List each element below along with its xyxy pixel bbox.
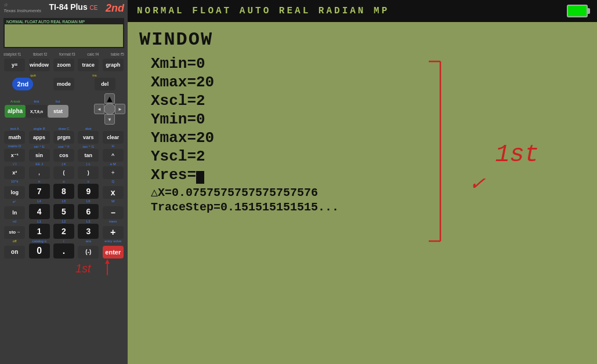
label-w: W bbox=[103, 199, 124, 203]
trig-labels: matrix D sin⁻¹ E cos⁻¹ F tan⁻¹ G H bbox=[0, 144, 128, 148]
btn-tan[interactable]: tan bbox=[78, 149, 99, 162]
dpad-right[interactable]: ► bbox=[115, 104, 125, 114]
label-cos-inv: cos⁻¹ F bbox=[53, 144, 74, 148]
fn-tblset[interactable]: tblset f2 bbox=[33, 52, 48, 56]
btn-on[interactable]: on bbox=[4, 246, 25, 259]
btn-6[interactable]: 6 bbox=[78, 204, 99, 219]
fn-statplot[interactable]: statplot f1 bbox=[3, 52, 21, 56]
btn-sin[interactable]: sin bbox=[29, 149, 50, 162]
label-l5: L5 bbox=[53, 199, 74, 203]
first-annotation-display: 1st bbox=[495, 141, 539, 169]
btn-y-equals[interactable]: y= bbox=[4, 59, 25, 71]
calc-model: TI-84 Plus CE bbox=[49, 2, 98, 12]
btn-window[interactable]: window bbox=[29, 59, 50, 71]
calc-header: ☆ Texas Instruments TI-84 Plus CE 2nd bbox=[0, 0, 128, 16]
btn-2[interactable]: 2 bbox=[53, 224, 74, 239]
btn-cos[interactable]: cos bbox=[53, 149, 74, 162]
btn-x2[interactable]: x² bbox=[4, 166, 25, 179]
btn-xinv[interactable]: x⁻¹ bbox=[4, 149, 25, 162]
btn-paren-open[interactable]: ( bbox=[53, 166, 74, 179]
btn-7[interactable]: 7 bbox=[29, 184, 50, 199]
math-btn-row: math apps prgm vars clear bbox=[0, 130, 128, 144]
dpad-left[interactable]: ◄ bbox=[94, 104, 104, 114]
xres-label: Xres= bbox=[151, 166, 196, 184]
trig-btn-row: x⁻¹ sin cos tan ^ bbox=[0, 148, 128, 162]
btn-5[interactable]: 5 bbox=[53, 204, 74, 219]
btn-xtn[interactable]: X,T,θ,n bbox=[26, 105, 48, 118]
label-sin-inv: sin⁻¹ E bbox=[29, 144, 50, 148]
btn-0[interactable]: 0 bbox=[29, 243, 50, 259]
line-xmin[interactable]: Xmin=0 bbox=[139, 55, 585, 72]
calc-mini-screen: NORMAL FLOAT AUTO REAL RADIAN MP bbox=[3, 18, 124, 48]
label-l4: L4 bbox=[29, 199, 50, 203]
num4-btn-row: on 0 . (-) enter bbox=[0, 243, 128, 259]
num1-btn-row: log 7 8 9 x bbox=[0, 183, 128, 199]
btn-caret[interactable]: ^ bbox=[103, 149, 124, 162]
fn-calc[interactable]: calc f4 bbox=[87, 52, 99, 56]
line-ymin[interactable]: Ymin=0 bbox=[139, 111, 585, 128]
num3-btn-row: sto→ 1 2 3 + bbox=[0, 223, 128, 239]
red-bracket-annotation bbox=[417, 56, 449, 244]
btn-trace[interactable]: trace bbox=[78, 59, 99, 71]
row2-btns: 2nd mode del bbox=[0, 77, 128, 91]
num2-btn-row: ln 4 5 6 − bbox=[0, 203, 128, 220]
num2-labels: eˣ L4 L5 L6 W bbox=[0, 199, 128, 203]
label-tan-inv: tan⁻¹ G bbox=[78, 144, 99, 148]
btn-9[interactable]: 9 bbox=[78, 184, 99, 199]
btn-mode[interactable]: mode bbox=[53, 78, 74, 90]
line-xmax[interactable]: Xmax=20 bbox=[139, 74, 585, 91]
screen-status-bar: NORMAL FLOAT AUTO REAL RADIAN MP bbox=[5, 19, 123, 24]
dpad-center[interactable] bbox=[104, 103, 115, 115]
label-ex: eˣ bbox=[4, 199, 25, 203]
btn-math[interactable]: math bbox=[4, 131, 25, 144]
btn-del[interactable]: del bbox=[95, 78, 115, 90]
first-label-calc: 1st bbox=[75, 262, 91, 275]
display-header: NORMAL FLOAT AUTO REAL RADIAN MP bbox=[128, 0, 597, 22]
row3-btns: alpha X,T,θ,n stat bbox=[2, 104, 71, 118]
btn-apps[interactable]: apps bbox=[29, 131, 50, 144]
btn-div[interactable]: ÷ bbox=[103, 166, 124, 179]
line-xres[interactable]: Xres= bbox=[139, 166, 585, 184]
label-l6: L6 bbox=[78, 199, 99, 203]
fn-format[interactable]: format f3 bbox=[59, 52, 75, 56]
window-title: WINDOW bbox=[139, 29, 585, 50]
line-deltax: △X=0.0757575757575757576 bbox=[139, 185, 585, 199]
header-text: NORMAL FLOAT AUTO REAL RADIAN MP bbox=[137, 6, 389, 16]
btn-1[interactable]: 1 bbox=[29, 224, 50, 239]
fn-key-row: statplot f1 tblset f2 format f3 calc f4 … bbox=[0, 52, 128, 57]
btn-clear[interactable]: clear bbox=[103, 131, 124, 144]
btn-8[interactable]: 8 bbox=[53, 184, 74, 199]
line-xscl[interactable]: Xscl=2 bbox=[139, 92, 585, 110]
btn-plus[interactable]: + bbox=[103, 226, 124, 239]
btn-zoom[interactable]: zoom bbox=[53, 59, 74, 71]
dpad-down[interactable]: ▼ bbox=[104, 114, 115, 125]
btn-neg[interactable]: (-) bbox=[78, 246, 99, 259]
btn-graph[interactable]: graph bbox=[103, 59, 124, 71]
btn-vars[interactable]: vars bbox=[78, 131, 99, 144]
btn-paren-close[interactable]: ) bbox=[78, 166, 99, 179]
second-label: 2nd bbox=[106, 2, 124, 14]
btn-ln[interactable]: ln bbox=[4, 206, 25, 219]
btn-2nd[interactable]: 2nd bbox=[12, 78, 33, 90]
btn-enter[interactable]: enter bbox=[103, 246, 124, 259]
btn-decimal[interactable]: . bbox=[53, 243, 74, 259]
btn-comma[interactable]: , bbox=[29, 166, 50, 179]
svg-marker-1 bbox=[105, 259, 110, 264]
btn-prgm[interactable]: prgm bbox=[53, 131, 74, 144]
fn-table[interactable]: table f5 bbox=[111, 52, 124, 56]
btn-stat[interactable]: stat bbox=[48, 105, 68, 118]
xres-cursor bbox=[196, 171, 204, 184]
btn-3[interactable]: 3 bbox=[78, 224, 99, 239]
btn-alpha[interactable]: alpha bbox=[5, 105, 26, 118]
btn-sto[interactable]: sto→ bbox=[4, 226, 25, 239]
label-matrix: matrix D bbox=[4, 144, 25, 148]
power-btn-row: x² , ( ) ÷ bbox=[0, 166, 128, 180]
btn-log[interactable]: log bbox=[4, 186, 25, 199]
dpad-up[interactable]: ▲ bbox=[104, 93, 115, 104]
btn-4[interactable]: 4 bbox=[29, 204, 50, 219]
ti-logo: ☆ Texas Instruments bbox=[3, 2, 41, 13]
btn-minus[interactable]: − bbox=[103, 206, 124, 219]
btn-mult[interactable]: x bbox=[103, 186, 124, 199]
display-content: WINDOW Xmin=0 Xmax=20 Xscl=2 Ymin=0 Ymax… bbox=[128, 22, 597, 364]
dpad: ▲ ▼ ◄ ► bbox=[94, 93, 125, 125]
